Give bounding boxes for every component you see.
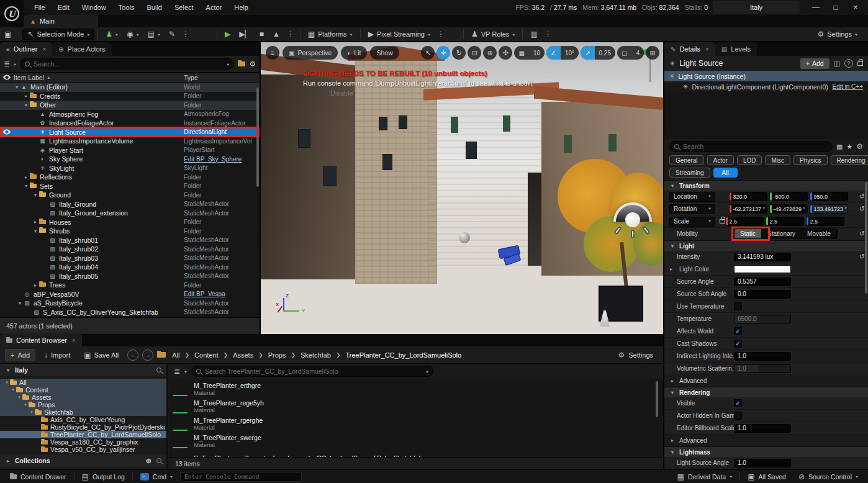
light-advanced-expander[interactable]: ▸Advanced [664,375,868,387]
visibility-eye-icon[interactable] [3,129,11,135]
scale-dropdown[interactable]: Scale▾ [669,217,715,227]
edit-blueprint-link[interactable]: Edit BP_Vespa [184,291,260,297]
select-tool[interactable]: ↖ [421,46,435,60]
platforms-dropdown[interactable]: ▦ Platforms ▾ [304,28,357,40]
output-log-button[interactable]: ▤Output Log [77,470,130,483]
reset-mobility-icon[interactable]: ↺ [859,230,865,238]
category-lod[interactable]: LOD [737,155,762,165]
stop-button[interactable]: ■ [255,28,268,40]
console-command-box[interactable] [180,472,302,482]
outliner-row[interactable]: ▧Italy_shrub03StaticMeshActor [0,254,260,263]
tab-levels[interactable]: ▤ Levels [715,42,757,56]
outliner-row[interactable]: ▲Atmospheric FogAtmosphericFog [0,110,260,119]
rotation-x-field[interactable]: -62.272137 ° [729,204,767,214]
pixel-streaming-options-icon[interactable]: ⋮ [435,30,447,38]
add-collection-icon[interactable]: ⊕ [146,457,151,465]
outliner-row[interactable]: ▧Italy_shrub04StaticMeshActor [0,263,260,272]
outliner-search-input[interactable] [34,60,223,68]
mobility-movable-button[interactable]: Movable [802,229,837,238]
move-tool[interactable]: ✛ [436,46,450,60]
close-tab-icon[interactable]: × [705,46,709,53]
outliner-row[interactable]: ✳SkyLightSkyLight [0,164,260,173]
section-rendering[interactable]: ▾Rendering [664,387,868,397]
expander-icon[interactable]: ▾ [14,84,20,90]
details-scrollbar[interactable] [865,182,867,294]
collections-section[interactable]: ▸ Collections ⊕ [0,454,166,467]
level-viewport[interactable]: Z Y X LIGHTING NEEDS TO BE REBUILT (10 u… [261,42,663,334]
display-options-icon[interactable]: ▦ [836,143,843,151]
category-rendering[interactable]: Rendering [831,155,868,165]
blueprint-convert-icon[interactable]: ◫ [834,60,840,68]
view-mode-dropdown[interactable]: ◐Lit [341,46,367,60]
breadcrumb-sketchfab[interactable]: Sketchfab [301,351,331,359]
viewport-options-icon[interactable]: ≡ [266,46,279,60]
breadcrumb-current[interactable]: TreePlanter_CC_by_LordSamueliSolo [345,351,461,359]
asset-row[interactable]: M_TreePlanter_erthgreMaterial [169,380,658,397]
reset-intensity-icon[interactable]: ↺ [859,253,865,261]
folder-row[interactable]: Vespa_v50_CC_by_yailjinser [0,446,166,453]
asset-row[interactable]: S_TreePlanter_with_grate_free_low_poly_C… [169,449,658,457]
maximize-button[interactable]: □ [827,0,844,15]
scale-snap-icon[interactable]: ↗ [581,46,594,60]
menu-actor[interactable]: Actor [201,2,228,13]
tab-place-actors[interactable]: ⊕ Place Actors [52,42,112,56]
outliner-row[interactable]: ◈Player StartPlayerStart [0,146,260,155]
location-x-field[interactable]: 320.0 [729,192,767,201]
rotation-dropdown[interactable]: Rotation▾ [669,204,715,214]
category-misc[interactable]: Misc [765,155,790,165]
breadcrumb-content[interactable]: Content [194,351,219,359]
column-type[interactable]: Type [184,74,260,81]
filter-icon[interactable]: ≣ [4,60,10,68]
menu-tools[interactable]: Tools [113,2,140,13]
outliner-row[interactable]: ▧Italy_shrub01StaticMeshActor [0,236,260,245]
outliner-row[interactable]: ▧S_Axis_CC_by_OliverYeung_SketchfabStati… [0,308,260,317]
outliner-row[interactable]: ✿InstancedFoliageActorInstancedFoliageAc… [0,119,260,128]
breadcrumb-all[interactable]: All [172,351,179,359]
expander-icon[interactable]: ▾ [32,228,38,234]
outliner-row[interactable]: ▾▲Main (Editor)World [0,83,260,92]
category-actor[interactable]: Actor [707,155,734,165]
section-light[interactable]: ▾Light [664,240,868,251]
toolbar-overflow-icon[interactable]: ⋮ [179,30,192,38]
outliner-row[interactable]: ▧Italy_shrub02StaticMeshActor [0,245,260,254]
eject-button[interactable]: ▲ [268,28,284,40]
tab-details[interactable]: ✎ Details × [664,42,715,56]
frame-skip-button[interactable]: ▶▏ [235,28,255,40]
expander-icon[interactable]: ▸ [668,266,674,272]
use-temperature-checkbox[interactable] [734,302,742,310]
outliner-row[interactable]: ▾SetsFolder [0,182,260,191]
favorites-star-icon[interactable]: ★ [846,143,852,151]
forward-icon[interactable]: → [142,350,153,361]
outliner-row[interactable]: ▾OtherFolder [0,101,260,110]
folder-row[interactable]: RustyBicycle_CC_by_PiotrPjotDyderski [0,423,166,431]
asset-row[interactable]: M_TreePlanter_rgergheMaterial [169,415,658,432]
category-physics[interactable]: Physics [793,155,827,165]
settings-dropdown[interactable]: ⚙ Settings ▾ [813,28,862,40]
filter-icon[interactable]: ≣ [174,367,180,376]
remote-options-icon[interactable]: ⋮ [542,30,554,38]
folder-row[interactable]: ▾Assets [0,394,166,401]
remote-control-button[interactable]: ▥ [526,28,541,40]
close-tab-icon[interactable]: × [42,46,46,53]
outliner-row[interactable]: ▧Italy_shrub05StaticMeshActor [0,272,260,281]
directional-light-gizmo[interactable] [611,199,654,242]
folder-row[interactable]: ▾Props [0,401,166,409]
blueprints-button[interactable]: ◉▾ [122,28,143,40]
outliner-row[interactable]: ▾▧aS_RustyBicycleStaticMeshActor [0,299,260,308]
outliner-scrollbar[interactable] [256,88,259,187]
expander-icon[interactable]: ▸ [32,282,38,288]
source-control-button[interactable]: ⊘Source Control▾ [793,470,863,483]
menu-build[interactable]: Build [142,2,168,13]
lock-icon[interactable] [857,61,863,66]
expander-icon[interactable]: ▾ [23,102,29,108]
content-drawer-button[interactable]: Content Drawer [5,470,71,483]
mobility-stationary-button[interactable]: Stationary [762,229,802,238]
folder-row[interactable]: ▾Sketchfab [0,409,166,416]
rotation-z-field[interactable]: 133.491723 ° [810,204,848,214]
section-transform[interactable]: ▾Transform [664,180,868,191]
tab-content-browser[interactable]: Content Browser × [0,334,82,346]
console-command-input[interactable] [184,473,297,480]
rotation-snap-control[interactable]: ∠10° [546,46,579,60]
outliner-search[interactable]: ▾ [20,58,234,70]
source-angle-field[interactable]: 0.5357 [734,278,791,286]
